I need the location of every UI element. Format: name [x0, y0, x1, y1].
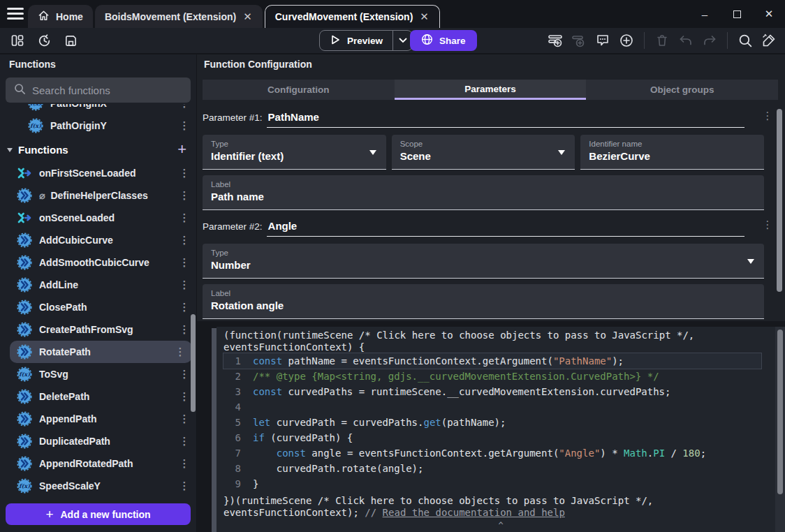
code-header[interactable]: (function(runtimeScene /* Click here to … [223, 330, 761, 353]
sidebar-item-definehelperclasses[interactable]: ⌀DefineHelperClasses⋮ [0, 184, 196, 207]
item-menu-icon[interactable]: ⋮ [178, 122, 191, 129]
function-name: AppendPath [39, 413, 96, 424]
item-menu-icon[interactable]: ⋮ [178, 415, 191, 422]
edit-zoom-icon[interactable] [760, 31, 778, 50]
item-menu-icon[interactable]: ⋮ [178, 259, 191, 266]
sidebar-item-appendpath[interactable]: AppendPath⋮ [0, 408, 196, 430]
code-line-5[interactable]: 5let curvedPath = curvedPaths.get(pathNa… [223, 415, 761, 430]
code-line-1[interactable]: 1const pathName = eventsFunctionContext.… [223, 353, 761, 369]
type-field[interactable]: TypeIdentifier (text) [203, 135, 386, 170]
tab-curvedmovement-extension-[interactable]: CurvedMovement (Extension)✕ [265, 5, 440, 28]
code-line-4[interactable]: 4 [223, 399, 761, 415]
item-menu-icon[interactable]: ⋮ [178, 438, 191, 445]
toolbar-divider [644, 32, 645, 49]
sidebar-item-appendrotatedpath[interactable]: AppendRotatedPath⋮ [0, 452, 196, 475]
item-menu-icon[interactable]: ⋮ [178, 371, 191, 378]
parameter-menu-icon[interactable]: ⋮ [761, 112, 774, 119]
parameter-name-input[interactable]: PathName [267, 111, 744, 128]
item-menu-icon[interactable]: ⋮ [178, 326, 191, 333]
close-tab-icon[interactable]: ✕ [242, 10, 253, 23]
tab-configuration[interactable]: Configuration [203, 80, 395, 100]
tab-object-groups[interactable]: Object groups [586, 80, 778, 100]
scope-field[interactable]: ScopeScene [392, 135, 575, 170]
maximize-button[interactable] [721, 2, 753, 26]
item-menu-icon[interactable]: ⋮ [178, 460, 191, 467]
label-field[interactable]: LabelPath name [203, 175, 764, 210]
sidebar-item-duplicatedpath[interactable]: DuplicatedPath⋮ [0, 430, 196, 452]
dropdown-caret-icon[interactable] [369, 150, 376, 158]
label-field[interactable]: LabelRotation angle [203, 284, 764, 319]
parameter-menu-icon[interactable]: ⋮ [761, 221, 774, 228]
share-button[interactable]: Share [410, 30, 477, 51]
sidebar-item-addsmoothcubiccurve[interactable]: AddSmoothCubicCurve⋮ [0, 251, 196, 274]
sidebar-item-addline[interactable]: AddLine⋮ [0, 274, 196, 296]
code-scrollbar[interactable] [777, 330, 783, 494]
close-window-button[interactable]: ✕ [753, 2, 785, 26]
sidebar-item-onsceneloaded[interactable]: onSceneLoaded⋮ [0, 207, 196, 229]
sidebar-item-pathoriginy[interactable]: f(x)PathOriginY⋮ [0, 114, 196, 137]
item-menu-icon[interactable]: ⋮ [178, 482, 191, 489]
tab-boidsmovement-extension-[interactable]: BoidsMovement (Extension)✕ [95, 5, 263, 28]
search-icon[interactable] [736, 31, 754, 50]
sidebar-item-rotatepath[interactable]: RotatePath⋮ [10, 341, 192, 363]
item-menu-icon[interactable]: ⋮ [178, 170, 191, 177]
sidebar-item-pathoriginx[interactable]: f(x)PathOriginX⋮ [0, 104, 196, 114]
add-other-event-icon[interactable] [617, 31, 636, 50]
history-icon[interactable] [35, 31, 53, 50]
parameter-name-input[interactable]: Angle [267, 220, 744, 237]
code-scroll-track[interactable] [775, 327, 785, 532]
save-icon[interactable] [61, 31, 80, 50]
sidebar-item-addcubiccurve[interactable]: AddCubicCurve⋮ [0, 229, 196, 251]
sidebar-item-createpathfromsvg[interactable]: CreatePathFromSvg⋮ [0, 318, 196, 341]
item-menu-icon[interactable]: ⋮ [174, 348, 186, 355]
code-text: let curvedPath = curvedPaths.get(pathNam… [253, 417, 506, 428]
action-function-icon [17, 255, 32, 270]
code-editor[interactable]: (function(runtimeScene /* Click here to … [217, 327, 785, 532]
private-function-icon: ⌀ [39, 190, 45, 201]
parameters-scrollbar[interactable] [777, 109, 782, 292]
fold-indicator[interactable]: ^ [498, 521, 503, 531]
sidebar-item-closepath[interactable]: ClosePath⋮ [0, 296, 196, 318]
svg-text:f(x): f(x) [30, 122, 42, 129]
sidebar-item-deletepath[interactable]: DeletePath⋮ [0, 385, 196, 408]
tab-home[interactable]: Home [28, 5, 93, 28]
item-menu-icon[interactable]: ⋮ [178, 192, 191, 199]
preview-button[interactable]: Preview [319, 30, 413, 51]
minimize-button[interactable]: – [689, 2, 721, 26]
code-line-3[interactable]: 3const curvedPaths = runtimeScene.__curv… [223, 384, 761, 399]
item-menu-icon[interactable]: ⋮ [178, 304, 191, 311]
identifier-name-field[interactable]: Identifier nameBezierCurve [580, 135, 764, 170]
code-line-8[interactable]: 8 curvedPath.rotate(angle); [223, 461, 761, 476]
item-menu-icon[interactable]: ⋮ [178, 393, 191, 400]
type-field[interactable]: TypeNumber [203, 244, 764, 279]
dropdown-caret-icon[interactable] [747, 259, 754, 267]
javascript-code-event: (function(runtimeScene /* Click here to … [197, 321, 785, 532]
code-line-6[interactable]: 6if (curvedPath) { [223, 430, 761, 445]
add-comment-icon[interactable] [594, 31, 612, 50]
item-menu-icon[interactable]: ⋮ [178, 237, 191, 244]
code-line-7[interactable]: 7 const angle = eventsFunctionContext.ge… [223, 445, 761, 461]
code-line-9[interactable]: 9} [223, 476, 761, 492]
project-manager-icon[interactable] [8, 31, 27, 50]
main-menu-icon[interactable] [7, 8, 24, 20]
preview-dropdown-button[interactable] [392, 31, 412, 50]
sidebar-item-speedscaley[interactable]: f(x)SpeedScaleY⋮ [0, 475, 196, 497]
code-line-2[interactable]: 2/** @type {Map<string, gdjs.__curvedMov… [223, 369, 761, 384]
sidebar-item-tosvg[interactable]: f(x)ToSvg⋮ [0, 363, 196, 385]
item-menu-icon[interactable]: ⋮ [178, 214, 191, 221]
documentation-link[interactable]: Read the documentation and help [383, 507, 565, 518]
close-tab-icon[interactable]: ✕ [419, 10, 430, 23]
functions-group-header[interactable]: Functions+ [0, 137, 196, 162]
add-new-function-button[interactable]: + Add a new function [6, 503, 191, 525]
sidebar-scrollbar[interactable] [191, 314, 196, 412]
event-selection-bar[interactable] [212, 328, 217, 532]
sidebar-item-onfirstsceneloaded[interactable]: onFirstSceneLoaded⋮ [0, 162, 196, 184]
tab-parameters[interactable]: Parameters [395, 80, 587, 100]
code-wrapper-line: (function(runtimeScene /* Click here to … [223, 330, 761, 341]
item-menu-icon[interactable]: ⋮ [178, 104, 191, 107]
add-function-plus-icon[interactable]: + [177, 140, 186, 158]
search-functions-input[interactable]: Search functions [6, 77, 191, 103]
add-event-icon[interactable] [546, 31, 564, 50]
dropdown-caret-icon[interactable] [558, 150, 565, 158]
item-menu-icon[interactable]: ⋮ [178, 281, 191, 288]
